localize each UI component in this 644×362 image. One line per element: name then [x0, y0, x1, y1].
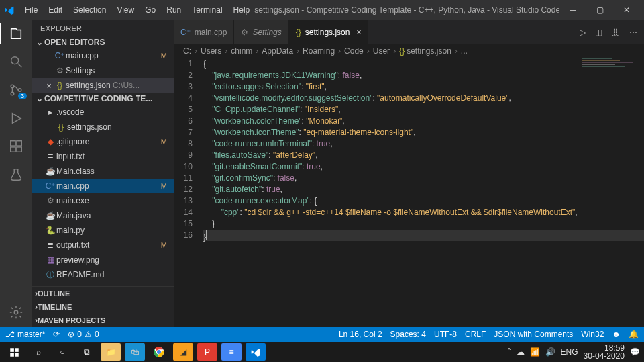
extensions-icon[interactable] — [8, 138, 24, 154]
breadcrumbs[interactable]: C:›Users›chinm›AppData›Roaming›Code›User… — [174, 44, 644, 58]
status-eol[interactable]: CRLF — [465, 330, 486, 339]
code-content[interactable]: { "java.requirements.JDK11Warning": fals… — [203, 58, 644, 327]
menu-selection[interactable]: Selection — [68, 3, 111, 17]
breadcrumb-item[interactable]: Code — [344, 46, 364, 56]
menu-help[interactable]: Help — [229, 3, 255, 17]
docs-app-icon[interactable]: ≡ — [221, 343, 241, 361]
status-os[interactable]: Win32 — [581, 330, 604, 339]
svg-rect-12 — [15, 353, 19, 357]
minimize-button[interactable]: ─ — [559, 0, 586, 20]
more-icon[interactable]: ⋯ — [629, 28, 637, 37]
explorer-icon[interactable] — [8, 26, 24, 42]
status-feedback-icon[interactable]: ☻ — [612, 330, 621, 339]
open-editors-header[interactable]: ⌄OPEN EDITORS — [32, 36, 174, 48]
svg-point-3 — [18, 89, 21, 92]
run-debug-icon[interactable] — [8, 110, 24, 126]
tray-clock[interactable]: 18:5930-04-2020 — [584, 344, 625, 360]
tray-wifi-icon[interactable]: 📶 — [530, 347, 540, 357]
menu-edit[interactable]: Edit — [44, 3, 67, 17]
status-encoding[interactable]: UTF-8 — [434, 330, 457, 339]
section-timeline[interactable]: › TIMELINE — [32, 300, 174, 314]
status-line[interactable]: Ln 16, Col 2 — [339, 330, 382, 339]
section-outline[interactable]: › OUTLINE — [32, 287, 174, 300]
file-item[interactable]: ≣output.txtM — [32, 238, 174, 253]
status-language[interactable]: JSON with Comments — [494, 330, 573, 339]
status-branch[interactable]: ⎇ master* — [5, 330, 45, 339]
source-control-icon[interactable]: 3 — [8, 82, 24, 98]
breadcrumb-item[interactable]: Users — [201, 46, 221, 56]
folder-icon: ▸ — [44, 107, 56, 117]
section-maven projects[interactable]: › MAVEN PROJECTS — [32, 314, 174, 327]
menubar: FileEditSelectionViewGoRunTerminalHelp — [20, 3, 254, 17]
svg-point-2 — [11, 92, 14, 95]
maximize-button[interactable]: ▢ — [586, 0, 613, 20]
file-item[interactable]: ▸.vscode — [32, 105, 174, 120]
task-view-icon[interactable]: ⧉ — [76, 343, 97, 361]
breadcrumb-item[interactable]: {}settings.json — [399, 46, 451, 56]
svg-rect-9 — [10, 348, 14, 352]
tray-cloud-icon[interactable]: ☁ — [517, 347, 525, 357]
tray-chevron-icon[interactable]: ˄ — [507, 347, 511, 357]
menu-file[interactable]: File — [20, 3, 42, 17]
tray-language[interactable]: ENG — [561, 347, 578, 357]
tab[interactable]: C⁺main.cpp — [174, 20, 234, 44]
menu-view[interactable]: View — [112, 3, 139, 17]
close-button[interactable]: ✕ — [613, 0, 640, 20]
minimap[interactable] — [582, 58, 636, 126]
status-bell-icon[interactable]: 🔔 — [629, 330, 639, 339]
run-icon[interactable]: ▷ — [580, 28, 586, 37]
open-editor-item[interactable]: C⁺main.cppM — [32, 48, 174, 63]
wps-app-icon[interactable]: P — [197, 343, 217, 361]
store-app-icon[interactable]: 🛍 — [125, 343, 145, 361]
testing-icon[interactable] — [8, 167, 24, 183]
file-item[interactable]: ◆.gitignoreM — [32, 134, 174, 149]
tray-volume-icon[interactable]: 🔊 — [545, 347, 555, 357]
file-item[interactable]: C⁺main.cppM — [32, 179, 174, 193]
menu-run[interactable]: Run — [162, 3, 186, 17]
file-item[interactable]: ⚙main.exe — [32, 193, 174, 208]
status-problems[interactable]: ⊘ 0 ⚠ 0 — [68, 330, 99, 339]
open-editor-item[interactable]: ⚙Settings — [32, 63, 174, 78]
file-item[interactable]: ▦preview.png — [32, 253, 174, 267]
taskbar-search-icon[interactable]: ⌕ — [28, 343, 48, 361]
breadcrumb-item[interactable]: AppData — [262, 46, 293, 56]
tab[interactable]: {}settings.json× — [289, 20, 369, 44]
menu-terminal[interactable]: Terminal — [187, 3, 227, 17]
settings-gear-icon[interactable] — [8, 304, 24, 320]
layout-icon[interactable]: ⿲ — [612, 28, 620, 37]
tray-notifications-icon[interactable]: 💬 — [630, 347, 640, 357]
file-item[interactable]: ☕Main.class — [32, 164, 174, 179]
breadcrumb-item[interactable]: ... — [461, 46, 468, 56]
vscode-app-icon[interactable] — [246, 343, 266, 361]
search-icon[interactable] — [8, 54, 24, 70]
open-editor-item[interactable]: ×{}settings.json C:\Us... — [32, 78, 174, 93]
tab[interactable]: ⚙Settings — [234, 20, 288, 44]
explorer-app-icon[interactable]: 📁 — [101, 343, 121, 361]
sublime-app-icon[interactable]: ◢ — [173, 343, 193, 361]
breadcrumb-item[interactable]: Roaming — [303, 46, 335, 56]
file-item[interactable]: ⓘREADME.md — [32, 267, 174, 282]
status-sync[interactable]: ⟳ — [53, 330, 60, 339]
file-item[interactable]: {}settings.json — [32, 120, 174, 134]
status-spaces[interactable]: Spaces: 4 — [390, 330, 426, 339]
file-item[interactable]: 🐍main.py — [32, 223, 174, 238]
close-icon[interactable]: × — [44, 81, 54, 91]
vscode-logo-icon — [4, 5, 15, 15]
split-editor-icon[interactable]: ◫ — [595, 28, 602, 37]
txt-icon: ≣ — [44, 152, 56, 161]
py-icon: 🐍 — [44, 226, 56, 235]
start-button[interactable] — [4, 343, 24, 361]
java-icon: ☕ — [44, 211, 56, 220]
file-item[interactable]: ☕Main.java — [32, 208, 174, 223]
close-icon[interactable]: × — [356, 28, 361, 37]
menu-go[interactable]: Go — [140, 3, 160, 17]
cortana-icon[interactable]: ○ — [52, 343, 72, 361]
workspace-header[interactable]: ⌄COMPETITIVE CODING TE... — [32, 93, 174, 105]
breadcrumb-item[interactable]: C: — [183, 46, 191, 56]
chrome-app-icon[interactable] — [149, 343, 169, 361]
file-item[interactable]: ≣input.txt — [32, 149, 174, 164]
breadcrumb-item[interactable]: User — [373, 46, 390, 56]
breadcrumb-item[interactable]: chinm — [231, 46, 252, 56]
svg-point-8 — [14, 310, 18, 314]
scm-badge: 3 — [18, 93, 27, 99]
